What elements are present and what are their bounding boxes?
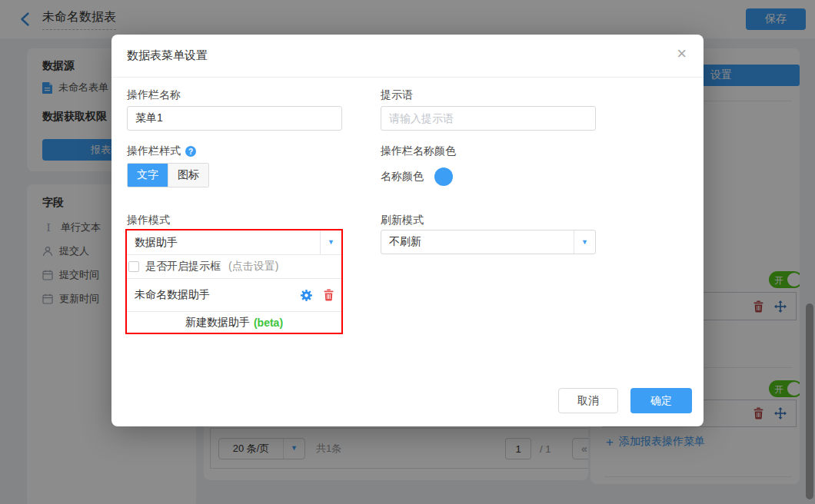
tip-label: 提示语 — [381, 88, 413, 102]
mode-highlighted-group: 数据助手 ▼ 是否开启提示框 (点击设置) 未命名数据助手 — [125, 229, 343, 334]
modal-title: 数据表菜单设置 — [127, 48, 208, 63]
name-color-row: 名称颜色 — [381, 167, 453, 186]
bar-style-label: 操作栏样式 ? — [127, 144, 196, 158]
close-icon[interactable]: × — [677, 45, 687, 62]
chevron-down-icon: ▼ — [581, 239, 588, 246]
tip-box-checkbox-row: 是否开启提示框 (点击设置) — [127, 255, 341, 279]
refresh-label: 刷新模式 — [381, 214, 424, 227]
name-color-label: 名称颜色 — [381, 170, 424, 184]
checkbox-hint[interactable]: (点击设置) — [228, 260, 278, 274]
tip-box-checkbox[interactable] — [128, 261, 139, 272]
app-window: 未命名数据表 保存 数据源 未命名表单 数据获取权限 报表权限 字段 I 单行文… — [0, 0, 815, 504]
new-assistant-label: 新建数据助手 — [185, 316, 250, 330]
color-swatch[interactable] — [434, 167, 453, 186]
assistant-row: 未命名数据助手 — [127, 279, 341, 312]
mode-caret-cell: ▼ — [320, 230, 341, 254]
refresh-select-value: 不刷新 — [381, 235, 574, 249]
bar-style-segmented: 文字 图标 — [127, 163, 209, 187]
beta-badge: (beta) — [254, 317, 283, 329]
bar-style-label-text: 操作栏样式 — [127, 144, 181, 158]
assistant-name: 未命名数据助手 — [127, 288, 300, 302]
refresh-caret-cell: ▼ — [574, 230, 595, 254]
tip-input[interactable] — [381, 106, 596, 131]
mode-select[interactable]: 数据助手 ▼ — [127, 230, 341, 255]
trash-icon[interactable] — [323, 289, 334, 301]
divider — [111, 77, 704, 78]
style-option-icon[interactable]: 图标 — [168, 164, 208, 187]
cancel-button[interactable]: 取消 — [558, 388, 618, 413]
checkbox-label: 是否开启提示框 — [145, 260, 221, 274]
help-icon[interactable]: ? — [185, 146, 196, 157]
bar-color-label: 操作栏名称颜色 — [381, 144, 456, 158]
mode-label: 操作模式 — [127, 214, 170, 227]
bar-name-input[interactable] — [127, 106, 342, 131]
style-option-text[interactable]: 文字 — [128, 164, 168, 187]
new-assistant-button[interactable]: 新建数据助手 (beta) — [127, 312, 341, 333]
gear-icon[interactable] — [300, 289, 313, 302]
refresh-select[interactable]: 不刷新 ▼ — [381, 230, 596, 254]
menu-settings-modal: 数据表菜单设置 × 操作栏名称 提示语 操作栏样式 ? 操作栏名称颜色 文字 图… — [111, 35, 704, 426]
confirm-button[interactable]: 确定 — [630, 388, 692, 413]
mode-select-value: 数据助手 — [127, 236, 320, 250]
bar-name-label: 操作栏名称 — [127, 88, 181, 102]
chevron-down-icon: ▼ — [328, 239, 334, 246]
